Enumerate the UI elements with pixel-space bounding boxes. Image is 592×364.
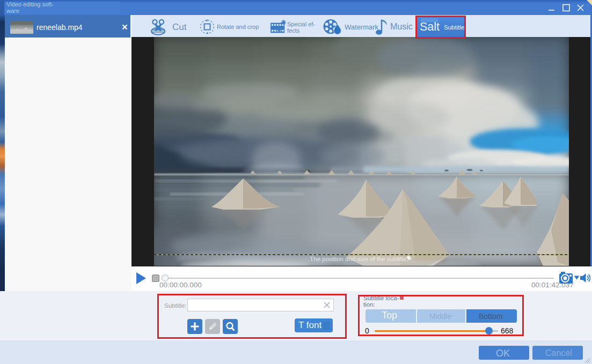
svg-text:The position and size of the s: The position and size of the subtitle. [310, 256, 408, 262]
